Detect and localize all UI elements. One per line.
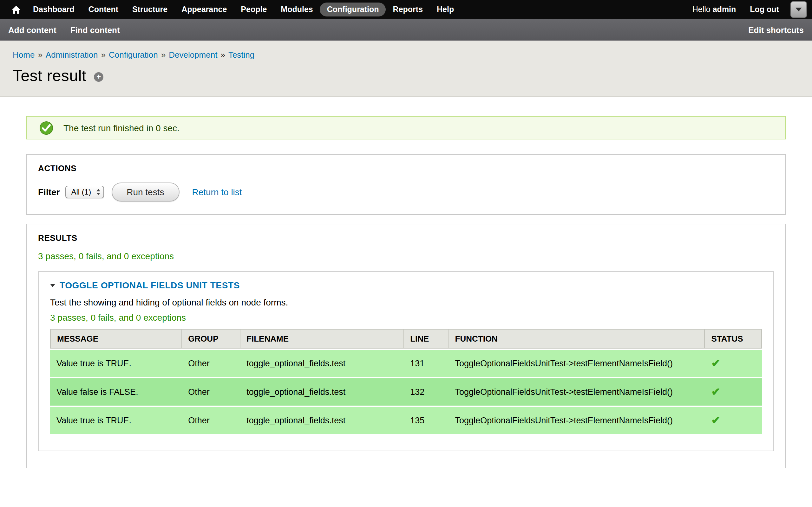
page-header: Home»Administration»Configuration»Develo… — [0, 41, 812, 97]
toolbar-menu: DashboardContentStructureAppearancePeopl… — [26, 3, 461, 16]
toolbar-item-structure[interactable]: Structure — [125, 3, 174, 16]
table-row: Value true is TRUE.Othertoggle_optional_… — [50, 407, 762, 434]
cell-function: ToggleOptionalFieldsUnitTest->testElemen… — [449, 378, 705, 406]
results-panel: RESULTS 3 passes, 0 fails, and 0 excepti… — [26, 224, 786, 468]
breadcrumb-link-testing[interactable]: Testing — [229, 50, 254, 60]
cell-message: Value true is TRUE. — [50, 407, 182, 434]
add-shortcut-icon[interactable]: + — [94, 72, 103, 82]
cell-function: ToggleOptionalFieldsUnitTest->testElemen… — [449, 407, 705, 434]
greeting-text: Hello admin — [693, 5, 736, 14]
select-arrows-icon — [96, 189, 100, 195]
toolbar-item-help[interactable]: Help — [430, 3, 461, 16]
filter-select-value: All (1) — [71, 187, 91, 196]
breadcrumb-separator: » — [220, 50, 225, 60]
column-header-filename: FILENAME — [240, 329, 404, 349]
cell-group: Other — [182, 407, 240, 434]
column-header-line: LINE — [404, 329, 449, 349]
toolbar-item-appearance[interactable]: Appearance — [174, 3, 234, 16]
home-icon — [11, 5, 21, 14]
toolbar-item-dashboard[interactable]: Dashboard — [26, 3, 82, 16]
actions-row: Filter All (1) Run tests Return to list — [38, 182, 774, 202]
toolbar-item-people[interactable]: People — [234, 3, 274, 16]
test-group-title-link[interactable]: TOGGLE OPTIONAL FIELDS UNIT TESTS — [60, 280, 240, 290]
cell-line: 131 — [404, 350, 449, 377]
column-header-status: STATUS — [705, 329, 762, 349]
cell-message: Value true is TRUE. — [50, 350, 182, 377]
shortcut-link-add-content[interactable]: Add content — [8, 25, 56, 35]
breadcrumb-link-administration[interactable]: Administration — [46, 50, 98, 60]
cell-group: Other — [182, 378, 240, 406]
pass-check-icon: ✔ — [711, 357, 720, 370]
cell-function: ToggleOptionalFieldsUnitTest->testElemen… — [449, 350, 705, 377]
page-title: Test result — [13, 66, 86, 85]
edit-shortcuts-link[interactable]: Edit shortcuts — [748, 25, 804, 35]
column-header-function: FUNCTION — [449, 329, 705, 349]
shortcuts-bar: Add contentFind content Edit shortcuts — [0, 19, 812, 41]
cell-message: Value false is FALSE. — [50, 378, 182, 406]
cell-status: ✔ — [705, 378, 762, 406]
success-check-icon — [39, 121, 53, 135]
shortcut-list: Add contentFind content — [8, 25, 134, 35]
breadcrumb-separator: » — [101, 50, 106, 60]
breadcrumb-link-configuration[interactable]: Configuration — [109, 50, 158, 60]
status-message: The test run finished in 0 sec. — [26, 116, 786, 139]
toolbar-item-reports[interactable]: Reports — [386, 3, 430, 16]
toolbar-right: Hello admin Log out — [693, 1, 807, 18]
collapse-caret-icon — [50, 284, 55, 287]
cell-filename: toggle_optional_fields.test — [240, 407, 404, 434]
toolbar-drawer-toggle[interactable] — [791, 1, 807, 18]
page-title-row: Test result + — [13, 66, 799, 85]
test-group-summary: 3 passes, 0 fails, and 0 exceptions — [50, 313, 762, 323]
cell-status: ✔ — [705, 407, 762, 434]
main-content: The test run finished in 0 sec. ACTIONS … — [0, 97, 812, 494]
breadcrumb: Home»Administration»Configuration»Develo… — [13, 50, 799, 60]
return-to-list-link[interactable]: Return to list — [192, 187, 242, 197]
breadcrumb-link-home[interactable]: Home — [13, 50, 35, 60]
breadcrumb-link-development[interactable]: Development — [169, 50, 217, 60]
column-header-group: GROUP — [182, 329, 240, 349]
actions-legend: ACTIONS — [38, 164, 774, 173]
actions-panel: ACTIONS Filter All (1) Run tests Return … — [26, 154, 786, 215]
cell-filename: toggle_optional_fields.test — [240, 350, 404, 377]
toolbar-item-modules[interactable]: Modules — [274, 3, 320, 16]
cell-line: 135 — [404, 407, 449, 434]
pass-check-icon: ✔ — [711, 386, 720, 398]
test-group-description: Test the showing and hiding of optional … — [50, 297, 762, 307]
chevron-down-icon — [796, 8, 802, 11]
toolbar-item-content[interactable]: Content — [82, 3, 125, 16]
breadcrumb-separator: » — [38, 50, 42, 60]
toolbar-item-configuration[interactable]: Configuration — [320, 3, 386, 16]
shortcut-link-find-content[interactable]: Find content — [70, 25, 120, 35]
cell-group: Other — [182, 350, 240, 377]
table-row: Value true is TRUE.Othertoggle_optional_… — [50, 350, 762, 377]
cell-status: ✔ — [705, 350, 762, 377]
status-message-text: The test run finished in 0 sec. — [63, 123, 180, 133]
column-header-message: MESSAGE — [50, 329, 182, 349]
filter-select[interactable]: All (1) — [65, 186, 104, 199]
results-legend: RESULTS — [38, 233, 774, 243]
pass-check-icon: ✔ — [711, 414, 720, 427]
test-group-fieldset: TOGGLE OPTIONAL FIELDS UNIT TESTS Test t… — [38, 271, 774, 451]
results-table-body: Value true is TRUE.Othertoggle_optional_… — [50, 350, 762, 434]
results-summary: 3 passes, 0 fails, and 0 exceptions — [38, 251, 774, 261]
breadcrumb-separator: » — [161, 50, 165, 60]
username: admin — [713, 5, 736, 14]
results-table-head-row: MESSAGEGROUPFILENAMELINEFUNCTIONSTATUS — [50, 329, 762, 349]
logout-link[interactable]: Log out — [750, 5, 779, 14]
run-tests-button[interactable]: Run tests — [111, 182, 179, 202]
home-button[interactable] — [6, 5, 26, 14]
table-row: Value false is FALSE.Othertoggle_optiona… — [50, 378, 762, 406]
cell-filename: toggle_optional_fields.test — [240, 378, 404, 406]
filter-label: Filter — [38, 187, 60, 197]
results-table: MESSAGEGROUPFILENAMELINEFUNCTIONSTATUS V… — [50, 328, 762, 435]
admin-toolbar: DashboardContentStructureAppearancePeopl… — [0, 0, 812, 19]
cell-line: 132 — [404, 378, 449, 406]
